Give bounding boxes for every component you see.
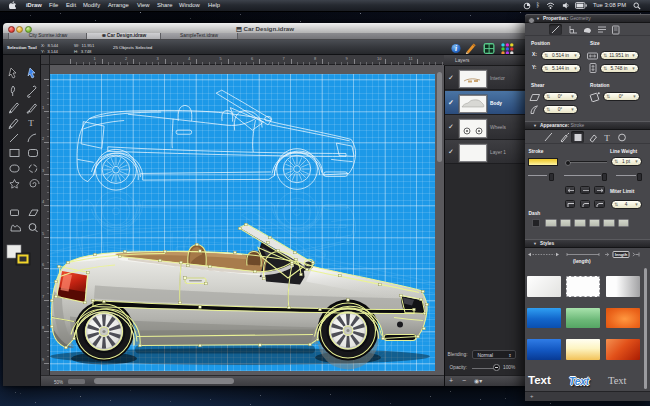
svg-text:T: T	[604, 133, 610, 143]
svg-text:T: T	[28, 118, 34, 128]
svg-text:length: length	[615, 252, 628, 257]
